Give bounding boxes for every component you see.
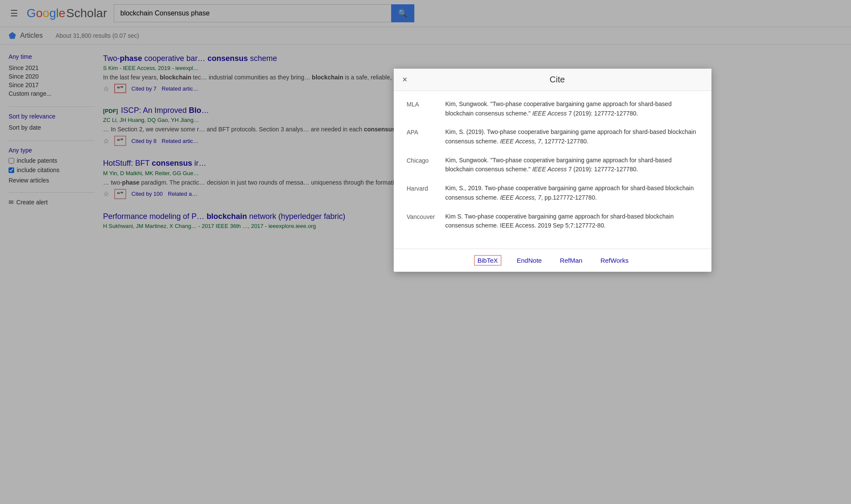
cite-row-harvard: Harvard Kim, S., 2019. Two-phase coopera… [407,184,699,202]
cite-style-chicago: Chicago [407,156,445,174]
cite-body: MLA Kim, Sungwook. "Two-phase cooperativ… [394,91,711,249]
cite-style-harvard: Harvard [407,184,445,202]
cite-row-chicago: Chicago Kim, Sungwook. "Two-phase cooper… [407,156,699,174]
cite-text-harvard: Kim, S., 2019. Two-phase cooperative bar… [445,184,699,202]
cite-text-mla: Kim, Sungwook. "Two-phase cooperative ba… [445,100,699,118]
cite-footer: BibTeX EndNote RefMan RefWorks [394,249,711,250]
cite-row-apa: APA Kim, S. (2019). Two-phase cooperativ… [407,128,699,146]
cite-text-chicago: Kim, Sungwook. "Two-phase cooperative ba… [445,156,699,174]
cite-text-vancouver: Kim S. Two-phase cooperative bargaining … [445,212,699,231]
cite-close-button[interactable]: × [402,75,412,85]
cite-style-vancouver: Vancouver [407,212,445,231]
cite-row-mla: MLA Kim, Sungwook. "Two-phase cooperativ… [407,100,699,118]
cite-row-vancouver: Vancouver Kim S. Two-phase cooperative b… [407,212,699,231]
cite-style-mla: MLA [407,100,445,118]
cite-modal: × Cite MLA Kim, Sungwook. "Two-phase coo… [394,69,711,250]
cite-style-apa: APA [407,128,445,146]
cite-modal-header: × Cite [394,69,711,91]
cite-modal-title: Cite [412,75,703,85]
cite-text-apa: Kim, S. (2019). Two-phase cooperative ba… [445,128,699,146]
